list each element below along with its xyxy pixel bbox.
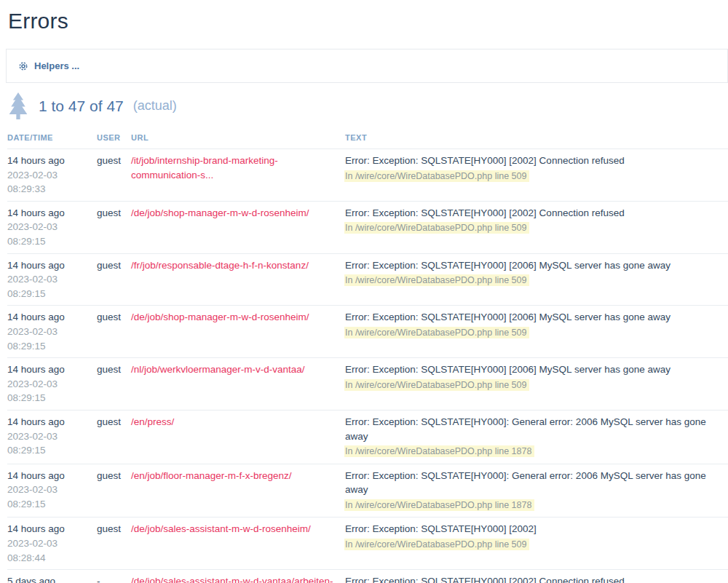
error-detail-line: In /wire/core/WireDatabasePDO.php line 5… <box>345 537 718 552</box>
relative-time: 14 hours ago <box>7 469 87 483</box>
url-link[interactable]: /it/job/internship-brand-marketing-commu… <box>131 155 278 181</box>
error-log-row: 5 days ago 2023-01-30 07:20:12 - /de/job… <box>7 570 728 583</box>
error-detail: In /wire/core/WireDatabasePDO.php line 5… <box>344 539 529 550</box>
error-message: Error: Exception: SQLSTATE[HY000] [2002]… <box>345 206 718 221</box>
text-cell: Error: Exception: SQLSTATE[HY000] [2006]… <box>345 358 728 411</box>
error-detail: In /wire/core/WireDatabasePDO.php line 5… <box>344 379 529 391</box>
error-detail: In /wire/core/WireDatabasePDO.php line 5… <box>344 327 529 338</box>
errors-table: Date/Time User URL Text 14 hours ago 202… <box>7 130 728 583</box>
datetime-cell: 14 hours ago 2023-02-03 08:29:15 <box>7 201 97 253</box>
user-cell: guest <box>97 201 131 253</box>
user-cell: - <box>97 570 131 583</box>
url-cell: /de/job/sales-assistant-m-w-d-vantaa/arb… <box>131 570 345 583</box>
tree-icon <box>7 92 29 119</box>
url-cell: /de/job/shop-manager-m-w-d-rosenheim/ <box>131 306 345 358</box>
error-detail-line: In /wire/core/WireDatabasePDO.php line 5… <box>345 378 718 393</box>
datetime-cell: 14 hours ago 2023-02-03 08:29:15 <box>7 464 97 517</box>
error-detail: In /wire/core/WireDatabasePDO.php line 5… <box>344 222 529 234</box>
text-cell: Error: Exception: SQLSTATE[HY000] [2002]… <box>345 149 728 202</box>
error-log-row: 14 hours ago 2023-02-03 08:29:15 guest /… <box>7 201 728 253</box>
text-cell: Error: Exception: SQLSTATE[HY000]: Gener… <box>345 410 728 464</box>
url-link[interactable]: /de/job/shop-manager-m-w-d-rosenheim/ <box>131 207 309 218</box>
url-cell: /en/press/ <box>131 410 345 464</box>
error-message: Error: Exception: SQLSTATE[HY000] [2006]… <box>345 258 718 273</box>
error-log-row: 14 hours ago 2023-02-03 08:29:15 guest /… <box>7 464 728 517</box>
error-detail: In /wire/core/WireDatabasePDO.php line 5… <box>344 170 529 182</box>
relative-time: 14 hours ago <box>7 258 87 273</box>
pagination-headline: 1 to 47 of 47 (actual) <box>7 92 728 119</box>
url-link[interactable]: /de/job/shop-manager-m-w-d-rosenheim/ <box>131 312 309 322</box>
error-message: Error: Exception: SQLSTATE[HY000]: Gener… <box>345 469 718 497</box>
text-cell: Error: Exception: SQLSTATE[HY000] [2006]… <box>345 306 728 358</box>
datetime-cell: 14 hours ago 2023-02-03 08:29:15 <box>7 306 97 358</box>
errors-log-page: Errors Helpers ... 1 to 47 of 47 (actual… <box>0 0 728 583</box>
url-cell: /de/job/shop-manager-m-w-d-rosenheim/ <box>131 201 345 253</box>
timestamp: 2023-02-03 08:29:15 <box>7 325 87 353</box>
timestamp: 2023-02-03 08:29:15 <box>7 220 87 248</box>
col-header-user[interactable]: User <box>97 130 131 149</box>
col-header-text[interactable]: Text <box>345 130 728 149</box>
timestamp: 2023-02-03 08:29:15 <box>7 429 87 458</box>
error-message: Error: Exception: SQLSTATE[HY000] [2006]… <box>345 310 718 325</box>
url-link[interactable]: /nl/job/werkvloermanager-m-v-d-vantaa/ <box>131 364 305 375</box>
col-header-url[interactable]: URL <box>131 130 345 149</box>
error-message: Error: Exception: SQLSTATE[HY000] [2006]… <box>345 362 718 377</box>
url-cell: /en/job/floor-manager-m-f-x-bregenz/ <box>131 464 345 517</box>
relative-time: 14 hours ago <box>7 154 87 168</box>
user-cell: guest <box>97 517 131 570</box>
text-cell: Error: Exception: SQLSTATE[HY000] [2002]… <box>345 517 728 570</box>
timestamp: 2023-02-03 08:29:15 <box>7 377 87 405</box>
col-header-datetime[interactable]: Date/Time <box>7 130 97 149</box>
url-cell: /it/job/internship-brand-marketing-commu… <box>131 149 345 202</box>
error-detail: In /wire/core/WireDatabasePDO.php line 1… <box>344 499 534 511</box>
datetime-cell: 5 days ago 2023-01-30 07:20:12 <box>7 570 97 583</box>
url-link[interactable]: /fr/job/responsable-dtage-h-f-n-konstanz… <box>131 260 309 271</box>
page-title: Errors <box>8 9 728 33</box>
error-detail-line: In /wire/core/WireDatabasePDO.php line 1… <box>345 498 718 513</box>
helpers-label: Helpers ... <box>34 60 79 71</box>
url-cell: /de/job/sales-assistant-m-w-d-rosenheim/ <box>131 517 345 570</box>
url-link[interactable]: /en/job/floor-manager-m-f-x-bregenz/ <box>131 470 292 481</box>
error-log-row: 14 hours ago 2023-02-03 08:29:15 guest /… <box>7 358 728 411</box>
error-detail-line: In /wire/core/WireDatabasePDO.php line 5… <box>345 169 718 184</box>
timestamp: 2023-02-03 08:28:44 <box>7 536 87 565</box>
error-log-row: 14 hours ago 2023-02-03 08:28:44 guest /… <box>7 517 728 570</box>
error-message: Error: Exception: SQLSTATE[HY000] [2002]… <box>345 154 718 168</box>
error-log-row: 14 hours ago 2023-02-03 08:29:15 guest /… <box>7 306 728 358</box>
timestamp: 2023-02-03 08:29:15 <box>7 483 87 511</box>
error-detail: In /wire/core/WireDatabasePDO.php line 5… <box>344 274 529 286</box>
error-log-row: 14 hours ago 2023-02-03 08:29:15 guest /… <box>7 410 728 464</box>
url-link[interactable]: /de/job/sales-assistant-m-w-d-vantaa/arb… <box>131 576 333 583</box>
helpers-toggle[interactable]: Helpers ... <box>6 49 728 83</box>
url-link[interactable]: /de/job/sales-assistant-m-w-d-rosenheim/ <box>131 523 311 534</box>
relative-time: 14 hours ago <box>7 362 87 377</box>
error-detail-line: In /wire/core/WireDatabasePDO.php line 5… <box>345 221 718 236</box>
user-cell: guest <box>97 306 131 358</box>
relative-time: 14 hours ago <box>7 310 87 325</box>
table-header-row: Date/Time User URL Text <box>7 130 728 149</box>
url-cell: /nl/job/werkvloermanager-m-v-d-vantaa/ <box>131 358 345 411</box>
error-message: Error: Exception: SQLSTATE[HY000] [2002] <box>345 522 718 536</box>
pagination-range: 1 to 47 of 47 <box>39 98 124 115</box>
cog-icon <box>18 61 28 71</box>
error-detail: In /wire/core/WireDatabasePDO.php line 1… <box>344 445 534 457</box>
url-link[interactable]: /en/press/ <box>131 416 174 427</box>
relative-time: 14 hours ago <box>7 206 87 221</box>
timestamp: 2023-02-03 08:29:15 <box>7 272 87 301</box>
error-detail-line: In /wire/core/WireDatabasePDO.php line 1… <box>345 444 718 459</box>
error-message: Error: Exception: SQLSTATE[HY000] [2002]… <box>345 574 718 583</box>
error-log-row: 14 hours ago 2023-02-03 08:29:15 guest /… <box>7 253 728 306</box>
datetime-cell: 14 hours ago 2023-02-03 08:29:33 <box>7 149 97 202</box>
error-detail-line: In /wire/core/WireDatabasePDO.php line 5… <box>345 325 718 341</box>
user-cell: guest <box>97 149 131 202</box>
timestamp: 2023-02-03 08:29:33 <box>7 168 87 197</box>
relative-time: 14 hours ago <box>7 522 87 536</box>
user-cell: guest <box>97 253 131 306</box>
user-cell: guest <box>97 464 131 517</box>
url-cell: /fr/job/responsable-dtage-h-f-n-konstanz… <box>131 253 345 306</box>
datetime-cell: 14 hours ago 2023-02-03 08:29:15 <box>7 253 97 306</box>
error-detail-line: In /wire/core/WireDatabasePDO.php line 5… <box>345 273 718 288</box>
datetime-cell: 14 hours ago 2023-02-03 08:28:44 <box>7 517 97 570</box>
user-cell: guest <box>97 410 131 464</box>
user-cell: guest <box>97 358 131 411</box>
